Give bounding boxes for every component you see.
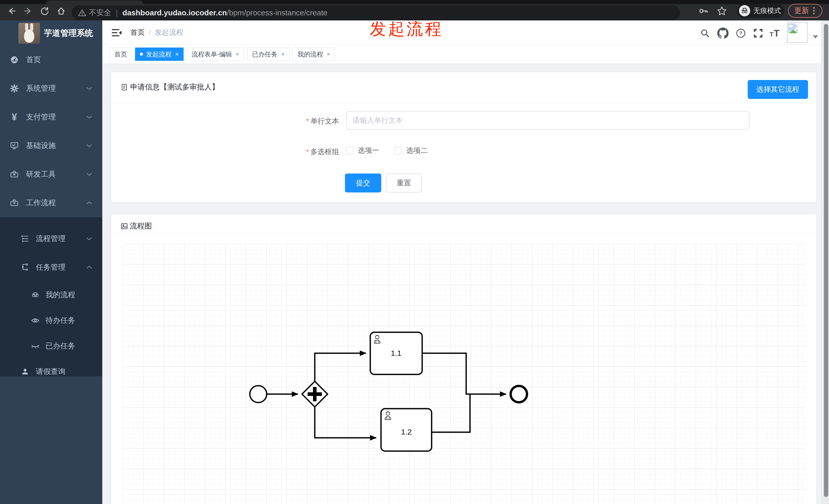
end-event[interactable]: [511, 386, 527, 402]
flow-gateway-to-task2: [315, 407, 376, 438]
sidebar-item-label: 任务管理: [36, 262, 66, 272]
checkbox-option-1[interactable]: 选项一: [346, 146, 379, 155]
search-icon: [700, 28, 710, 38]
chevron-down-icon: [86, 144, 93, 148]
logo-image: [19, 23, 40, 44]
key-icon: [698, 6, 709, 16]
chevron-down-icon: [86, 115, 93, 119]
broken-image-icon: [788, 24, 798, 33]
avatar-caret-icon[interactable]: [813, 35, 818, 39]
close-icon[interactable]: ×: [236, 51, 239, 58]
sidebar-logo[interactable]: 芋道管理系统: [0, 21, 102, 46]
svg-text:T: T: [770, 31, 773, 38]
tag-bar: 首页 发起流程 × 流程表单-编辑 × 已办任务 × 我的流程 ×: [102, 45, 829, 64]
forward-button[interactable]: [22, 5, 35, 17]
flow-gateway-to-task1: [315, 353, 366, 381]
sidebar-item-label: 基础设施: [26, 141, 56, 151]
header-help-button[interactable]: ?: [734, 27, 748, 40]
sidebar-item-label: 请假查询: [36, 366, 66, 377]
app-window: 不安全 | dashboard.yudao.iocoder.cn/bpm/pro…: [0, 0, 829, 504]
header-fontsize-button[interactable]: TT: [768, 27, 782, 40]
task-tree-icon: [21, 263, 30, 272]
checkbox-group-label: *多选框组: [111, 147, 339, 157]
sidebar-item-payment[interactable]: ¥ 支付管理: [0, 103, 102, 131]
bookmark-star-button[interactable]: [716, 5, 728, 17]
app-title: 芋道管理系统: [44, 28, 93, 39]
browser-tab[interactable]: [46, 1, 143, 4]
tag-done-tasks[interactable]: 已办任务 ×: [247, 47, 289, 61]
app-header: 首页 / 发起流程 ? TT: [102, 21, 829, 44]
browser-chrome: 不安全 | dashboard.yudao.iocoder.cn/bpm/pro…: [0, 0, 829, 21]
sidebar-item-todo-tasks[interactable]: 待办任务: [0, 308, 102, 333]
window-scrollbar[interactable]: [821, 21, 829, 504]
bpmn-canvas[interactable]: 1.1 1.2: [123, 244, 806, 504]
robot-face-icon: [31, 290, 40, 300]
sidebar-item-system[interactable]: 系统管理: [0, 74, 102, 103]
reset-button[interactable]: 重置: [386, 173, 422, 192]
back-icon: [6, 5, 17, 16]
update-button[interactable]: 更新: [788, 4, 822, 17]
sidebar-item-label: 待办任务: [45, 315, 75, 325]
eye-open-icon: [31, 316, 40, 325]
avatar[interactable]: [787, 23, 807, 43]
sidebar-item-devtools[interactable]: 研发工具: [0, 160, 102, 189]
checkbox-box[interactable]: [346, 147, 354, 154]
tag-create-process[interactable]: 发起流程 ×: [135, 47, 184, 61]
svg-text:T: T: [774, 28, 780, 39]
tag-label: 已办任务: [252, 50, 278, 59]
chrome-menu-icon[interactable]: [813, 7, 815, 14]
sidebar-fold-button[interactable]: [110, 27, 123, 39]
gear-icon: [10, 84, 19, 93]
sidebar-item-workflow[interactable]: 工作流程: [0, 189, 102, 217]
header-search-button[interactable]: [698, 27, 712, 40]
reload-button[interactable]: [38, 5, 51, 17]
sidebar-item-task-mgmt[interactable]: 任务管理: [0, 253, 102, 282]
tag-form-edit[interactable]: 流程表单-编辑 ×: [187, 47, 244, 61]
sidebar-item-home[interactable]: 首页: [0, 45, 102, 74]
tag-label: 发起流程: [146, 50, 172, 59]
sidebar-item-label: 首页: [26, 55, 41, 65]
security-warning-icon: [78, 9, 86, 16]
close-icon[interactable]: ×: [175, 51, 179, 58]
single-line-text-input[interactable]: [346, 111, 750, 129]
sidebar-item-leave-query[interactable]: 请假查询: [0, 357, 102, 386]
github-icon: [717, 28, 728, 39]
close-icon[interactable]: ×: [281, 51, 285, 58]
sidebar-item-infrastructure[interactable]: 基础设施: [0, 131, 102, 160]
sidebar-item-done-tasks[interactable]: 已办任务: [0, 333, 102, 359]
sidebar-item-process-mgmt[interactable]: 流程管理: [0, 224, 102, 253]
back-button[interactable]: [5, 5, 18, 17]
document-icon: [120, 83, 128, 91]
start-event[interactable]: [250, 386, 267, 402]
checkbox-box[interactable]: [395, 147, 402, 154]
password-key-button[interactable]: [697, 5, 710, 17]
chevron-down-icon: [86, 86, 93, 90]
home-button[interactable]: [55, 5, 68, 17]
header-fullscreen-button[interactable]: [752, 27, 765, 40]
sidebar-item-label: 系统管理: [26, 83, 56, 93]
tag-home[interactable]: 首页: [109, 47, 132, 61]
flow-task1-to-end: [422, 353, 506, 394]
breadcrumb: 首页 / 发起流程: [131, 21, 183, 44]
chevron-up-icon: [86, 265, 93, 269]
tag-my-process[interactable]: 我的流程 ×: [292, 47, 335, 61]
flow-diagram-card: 流程图: [111, 214, 817, 504]
forward-icon: [23, 5, 34, 16]
star-icon: [716, 5, 727, 16]
checkbox-option-2[interactable]: 选项二: [395, 146, 428, 155]
submit-button[interactable]: 提交: [345, 173, 381, 192]
incognito-badge: 无痕模式: [737, 4, 784, 18]
sidebar-item-label: 已办任务: [45, 341, 75, 351]
scrollbar-thumb[interactable]: [824, 24, 828, 497]
breadcrumb-home[interactable]: 首页: [131, 28, 145, 37]
chevron-up-icon: [86, 201, 93, 205]
url-domain: dashboard.yudao.iocoder.cn: [122, 8, 227, 17]
sidebar: 芋道管理系统 首页 系统管理 ¥ 支付管理 基础设施: [0, 21, 102, 504]
header-github-button[interactable]: [716, 27, 729, 40]
select-other-process-button[interactable]: 选择其它流程: [748, 80, 808, 99]
bpmn-diagram: 1.1 1.2: [123, 244, 806, 504]
sidebar-item-my-process[interactable]: 我的流程: [0, 282, 102, 308]
close-icon[interactable]: ×: [327, 51, 330, 58]
font-size-icon: TT: [769, 28, 781, 39]
question-icon: ?: [735, 28, 746, 39]
